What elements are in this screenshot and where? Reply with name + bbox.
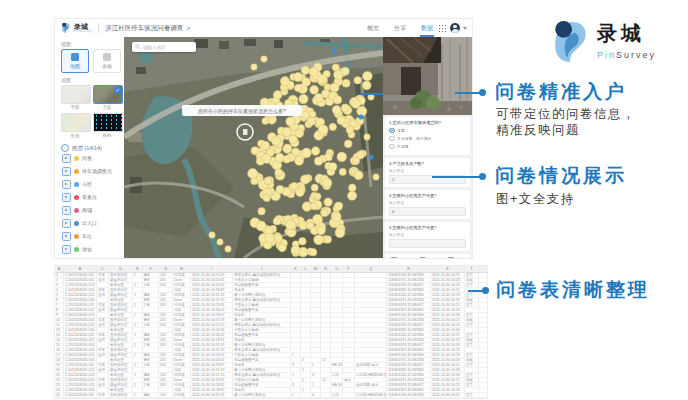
- survey-marker[interactable]: [209, 232, 215, 238]
- survey-marker[interactable]: [286, 220, 296, 230]
- survey-marker[interactable]: [349, 184, 357, 192]
- survey-marker[interactable]: [348, 191, 357, 200]
- basemap-卫星[interactable]: ✓卫星: [93, 85, 121, 110]
- survey-marker[interactable]: [265, 233, 275, 243]
- survey-marker[interactable]: [337, 116, 345, 124]
- survey-marker[interactable]: [217, 239, 223, 245]
- survey-marker[interactable]: [324, 236, 331, 243]
- survey-marker[interactable]: [275, 169, 283, 177]
- 编辑-button[interactable]: 编辑: [448, 257, 463, 258]
- radio-option[interactable]: 不满意: [389, 144, 466, 150]
- survey-marker[interactable]: [321, 209, 328, 216]
- survey-marker[interactable]: [354, 77, 361, 84]
- survey-marker[interactable]: [276, 185, 284, 193]
- survey-marker[interactable]: [309, 111, 316, 118]
- table-row[interactable]: 251-2021103010-011写字玄武湖街道1A栋102已完成2021-1…: [55, 393, 487, 398]
- layer-item[interactable]: 停车场调查点: [62, 167, 124, 176]
- answer-input[interactable]: 4: [389, 207, 466, 216]
- survey-marker[interactable]: [337, 152, 347, 162]
- chevron-down-icon[interactable]: [463, 27, 467, 30]
- survey-marker[interactable]: [299, 237, 307, 245]
- layers-section-header[interactable]: − 图层 (14/14): [61, 144, 124, 152]
- survey-marker[interactable]: [314, 235, 324, 245]
- radio-option[interactable]: 基本满意，偶尔紧张: [389, 136, 466, 142]
- survey-marker[interactable]: [263, 194, 270, 201]
- survey-marker[interactable]: [322, 178, 331, 187]
- survey-marker[interactable]: [291, 246, 300, 255]
- survey-marker[interactable]: [332, 64, 339, 71]
- survey-marker[interactable]: [373, 174, 379, 180]
- survey-spreadsheet[interactable]: ABCDEFGHIJKLMNOPQRST11-2021103010-011写字玄…: [55, 266, 487, 398]
- survey-marker[interactable]: [301, 175, 310, 184]
- survey-marker[interactable]: [357, 151, 365, 159]
- survey-marker[interactable]: [364, 134, 370, 140]
- survey-marker[interactable]: [286, 117, 295, 126]
- app-logo[interactable]: 录城 PinSurvey: [61, 22, 92, 34]
- survey-marker[interactable]: [301, 66, 309, 74]
- basemap-街道[interactable]: 街道: [61, 113, 89, 138]
- layer-item[interactable]: 车位: [62, 232, 124, 241]
- survey-marker[interactable]: [329, 163, 337, 171]
- radio-icon[interactable]: [389, 144, 395, 150]
- survey-marker[interactable]: [251, 64, 257, 70]
- survey-marker[interactable]: [289, 135, 298, 144]
- layer-item[interactable]: 商铺: [62, 206, 124, 215]
- survey-marker[interactable]: [342, 79, 350, 87]
- survey-marker[interactable]: [295, 129, 304, 138]
- radio-option[interactable]: 满意: [389, 128, 466, 134]
- survey-marker[interactable]: [264, 177, 272, 185]
- nav-item-概览[interactable]: 概览: [366, 20, 380, 37]
- survey-marker[interactable]: [256, 221, 266, 231]
- apps-grid-icon[interactable]: [438, 24, 446, 32]
- survey-marker[interactable]: [283, 156, 291, 164]
- survey-marker[interactable]: [314, 157, 322, 165]
- survey-marker[interactable]: [330, 83, 339, 92]
- survey-marker[interactable]: [332, 106, 341, 115]
- layer-item[interactable]: 绿化: [62, 245, 124, 254]
- mode-card-表格[interactable]: 表格: [93, 49, 121, 73]
- survey-marker[interactable]: [352, 99, 361, 108]
- survey-marker[interactable]: [299, 221, 308, 230]
- survey-marker[interactable]: [282, 127, 291, 136]
- 删除-button[interactable]: 删除: [420, 257, 435, 258]
- survey-marker[interactable]: [333, 96, 341, 104]
- survey-marker[interactable]: [292, 148, 300, 156]
- survey-marker[interactable]: [291, 182, 299, 190]
- survey-marker[interactable]: [302, 78, 311, 87]
- survey-marker[interactable]: [310, 203, 317, 210]
- nav-item-分享[interactable]: 分享: [393, 20, 407, 37]
- survey-marker[interactable]: [318, 125, 328, 135]
- survey-marker[interactable]: [354, 171, 363, 180]
- survey-marker[interactable]: [294, 73, 303, 82]
- survey-marker[interactable]: [271, 137, 280, 146]
- layer-item[interactable]: 出入口: [62, 219, 124, 228]
- survey-marker[interactable]: [262, 117, 269, 124]
- survey-marker[interactable]: [309, 67, 318, 76]
- survey-marker[interactable]: [314, 93, 323, 102]
- basemap-平面[interactable]: 平面: [61, 85, 89, 110]
- survey-marker[interactable]: [278, 243, 286, 251]
- radio-icon[interactable]: [389, 136, 395, 142]
- survey-marker[interactable]: [309, 249, 317, 257]
- survey-marker[interactable]: [299, 94, 308, 103]
- survey-marker[interactable]: [325, 153, 333, 161]
- survey-marker[interactable]: [311, 184, 318, 191]
- survey-marker[interactable]: [273, 218, 281, 226]
- map-search-input[interactable]: 请输入内容: [132, 42, 196, 52]
- table-header-row[interactable]: ABCDEFGHIJKLMNOPQRST: [55, 266, 487, 273]
- satellite-map[interactable]: 您所在小区的停车位紧张状况您怎么看? 请输入内容: [124, 37, 383, 258]
- survey-marker[interactable]: [313, 214, 323, 224]
- survey-marker[interactable]: [339, 168, 346, 175]
- survey-marker[interactable]: [251, 178, 258, 185]
- survey-photo[interactable]: [383, 37, 472, 115]
- survey-marker[interactable]: [302, 148, 312, 158]
- mode-card-地图[interactable]: 地图: [61, 49, 89, 73]
- layer-item[interactable]: 问卷: [62, 154, 124, 163]
- survey-marker[interactable]: [262, 154, 272, 164]
- external-link-icon[interactable]: ↗: [185, 25, 190, 32]
- survey-marker[interactable]: [324, 198, 332, 206]
- survey-marker[interactable]: [317, 226, 326, 235]
- survey-marker[interactable]: [363, 71, 373, 81]
- survey-marker[interactable]: [261, 56, 267, 62]
- avatar[interactable]: [450, 23, 460, 33]
